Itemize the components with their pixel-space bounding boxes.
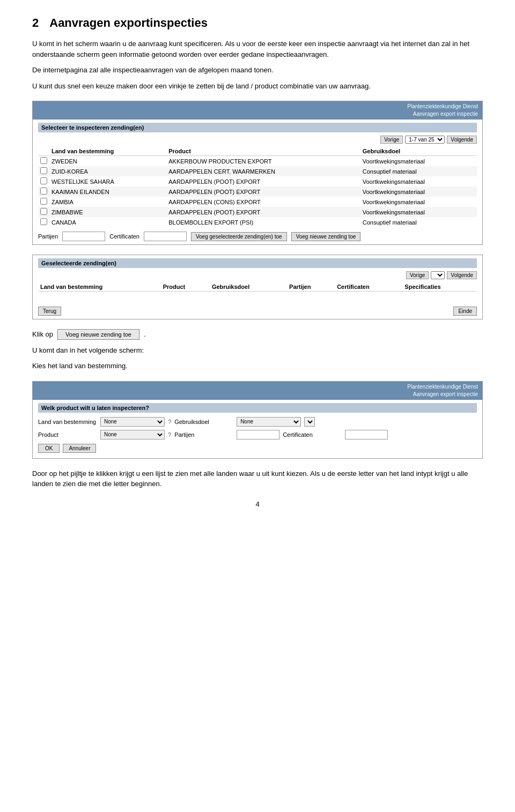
form-gebruik-arrow[interactable]: [304, 417, 315, 427]
final-text: Door op het pijltje te klikken krijgt u …: [32, 468, 483, 489]
screen1-header-line2: Aanvragen export inspectie: [37, 110, 478, 118]
row-gebruik: Consuptief materiaal: [360, 217, 477, 227]
s2-col-product: Product: [161, 282, 210, 292]
col-product: Product: [166, 147, 360, 156]
row-checkbox-cell: [38, 207, 49, 217]
s2-col-spec: Specificaties: [402, 282, 477, 292]
s2-col-cert: Certificaten: [335, 282, 402, 292]
row-checkbox-1[interactable]: [40, 167, 47, 174]
form-land-label: Land van bestemming: [38, 419, 97, 425]
row-checkbox-5[interactable]: [40, 208, 47, 215]
screen2-vorige-btn[interactable]: Vorige: [406, 271, 429, 279]
voeg-nieuwe-zending-inline-btn: Voeg nieuwe zending toe: [57, 329, 139, 340]
next-screen-p1: U komt dan in het volgende scherm:: [32, 345, 483, 356]
row-land: ZIMBABWE: [49, 207, 166, 217]
table-row: ZIMBABWE AARDAPPELEN (POOT) EXPORT Voort…: [38, 207, 477, 217]
form-header-line2: Aanvragen export inspectie: [37, 391, 478, 398]
terug-btn[interactable]: Terug: [38, 307, 61, 316]
row-gebruik: Voortkwekingsmateriaal: [360, 197, 477, 207]
einde-btn[interactable]: Einde: [453, 307, 477, 316]
form-product-help-icon[interactable]: ?: [168, 431, 171, 438]
form-screen-header: Plantenziektenkundige Dienst Aanvragen e…: [33, 382, 482, 400]
screen2: Geselecteerde zending(en) Vorige Volgend…: [32, 255, 483, 319]
table-row: KAAIMAN EILANDEN AARDAPPELEN (POOT) EXPO…: [38, 187, 477, 197]
row-land: ZWEDEN: [49, 156, 166, 167]
row-land: ZAMBIA: [49, 197, 166, 207]
s2-col-partijen: Partijen: [287, 282, 335, 292]
row-product: BLOEMBOLLEN EXPORT (PSI): [166, 217, 360, 227]
form-land-help-icon[interactable]: ?: [168, 419, 171, 425]
row-product: AKKERBOUW PRODUCTEN EXPORT: [166, 156, 360, 167]
screen2-volgende-btn[interactable]: Volgende: [447, 271, 477, 279]
row-checkbox-4[interactable]: [40, 198, 47, 205]
form-section-bar: Welk product wilt u laten inspecteren?: [38, 403, 477, 413]
row-gebruik: Consuptief materiaal: [360, 166, 477, 176]
row-product: AARDAPPELEN (POOT) EXPORT: [166, 187, 360, 197]
col-checkbox: [38, 147, 49, 156]
screen1-header: Plantenziektenkundige Dienst Aanvragen e…: [33, 101, 482, 120]
row-gebruik: Voortkwekingsmateriaal: [360, 207, 477, 217]
partijen-input[interactable]: [62, 232, 105, 241]
screen1-volgende-btn[interactable]: Volgende: [447, 136, 477, 144]
screen1-section-bar: Selecteer te inspecteren zending(en): [38, 123, 477, 132]
form-gebruik-label: Gebruiksdoel: [174, 419, 233, 425]
section-title-text: Aanvragen exportinspecties: [49, 16, 208, 30]
row-land: ZUID-KOREA: [49, 166, 166, 176]
section-heading: 2 Aanvragen exportinspecties: [32, 16, 483, 30]
row-product: AARDAPPELEN (CONS) EXPORT: [166, 197, 360, 207]
row-product: AARDAPPELEN (POOT) EXPORT: [166, 176, 360, 187]
form-partijen-input[interactable]: [237, 430, 279, 439]
form-ok-btn[interactable]: OK: [38, 444, 60, 453]
s2-col-land: Land van bestemming: [38, 282, 161, 292]
form-product-label: Product: [38, 431, 97, 438]
form-land-select[interactable]: None: [100, 417, 165, 427]
screen2-section-bar: Geselecteerde zending(en): [38, 258, 477, 268]
col-land: Land van bestemming: [49, 147, 166, 156]
row-gebruik: Voortkwekingsmateriaal: [360, 187, 477, 197]
row-land: WESTELIJKE SAHARA: [49, 176, 166, 187]
certificaten-label: Certificaten: [109, 233, 139, 240]
voeg-nieuwe-btn-screen1[interactable]: Voeg nieuwe zending toe: [291, 232, 361, 241]
form-screen: Plantenziektenkundige Dienst Aanvragen e…: [32, 381, 483, 459]
screen2-body: Geselecteerde zending(en) Vorige Volgend…: [33, 255, 482, 319]
form-row-land: Land van bestemming None ? Gebruiksdoel …: [38, 417, 477, 427]
s2-col-gebruik: Gebruiksdoel: [210, 282, 287, 292]
voeg-geselecteerde-btn[interactable]: Voeg geselecteerde zending(en) toe: [191, 232, 287, 241]
screen1-pagination: Vorige 1-7 van 25 Volgende: [38, 136, 477, 144]
row-checkbox-cell: [38, 156, 49, 167]
form-partijen-label: Partijen: [174, 431, 233, 438]
row-checkbox-cell: [38, 217, 49, 227]
screen1-vorige-btn[interactable]: Vorige: [380, 136, 403, 144]
row-checkbox-2[interactable]: [40, 177, 47, 184]
form-annuleer-btn[interactable]: Annuleer: [63, 444, 96, 453]
form-header-line1: Plantenziektenkundige Dienst: [37, 383, 478, 391]
klik-op-row: Klik op Voeg nieuwe zending toe .: [32, 329, 483, 340]
row-gebruik: Voortkwekingsmateriaal: [360, 156, 477, 167]
screen1-page-select[interactable]: 1-7 van 25: [405, 136, 445, 144]
page-number: 4: [32, 500, 483, 508]
screen1-table: Land van bestemming Product Gebruiksdoel…: [38, 147, 477, 227]
form-product-select[interactable]: None: [100, 430, 165, 439]
next-screen-p2: Kies het land van bestemming.: [32, 361, 483, 371]
screen1-bottom-row: Partijen Certificaten Voeg geselecteerde…: [38, 232, 477, 241]
row-product: AARDAPPELEN (POOT) EXPORT: [166, 207, 360, 217]
section-number: 2: [32, 16, 39, 30]
form-body: Welk product wilt u laten inspecteren? L…: [33, 400, 482, 458]
row-checkbox-6[interactable]: [40, 218, 47, 225]
form-certificaten-input[interactable]: [345, 430, 388, 439]
col-gebruik: Gebruiksdoel: [360, 147, 477, 156]
table-row: ZAMBIA AARDAPPELEN (CONS) EXPORT Voortkw…: [38, 197, 477, 207]
row-checkbox-cell: [38, 187, 49, 197]
screen2-page-select[interactable]: [431, 271, 445, 279]
table-row: WESTELIJKE SAHARA AARDAPPELEN (POOT) EXP…: [38, 176, 477, 187]
row-land: KAAIMAN EILANDEN: [49, 187, 166, 197]
row-checkbox-3[interactable]: [40, 188, 47, 195]
table-row: CANADA BLOEMBOLLEN EXPORT (PSI) Consupti…: [38, 217, 477, 227]
certificaten-input[interactable]: [144, 232, 187, 241]
row-checkbox-cell: [38, 176, 49, 187]
row-checkbox-0[interactable]: [40, 157, 47, 164]
form-gebruik-select[interactable]: None: [237, 417, 301, 427]
klik-op-dot: .: [144, 330, 146, 338]
paragraph-1: U komt in het scherm waarin u de aanvraa…: [32, 39, 483, 59]
screen2-pagination: Vorige Volgende: [38, 271, 477, 279]
